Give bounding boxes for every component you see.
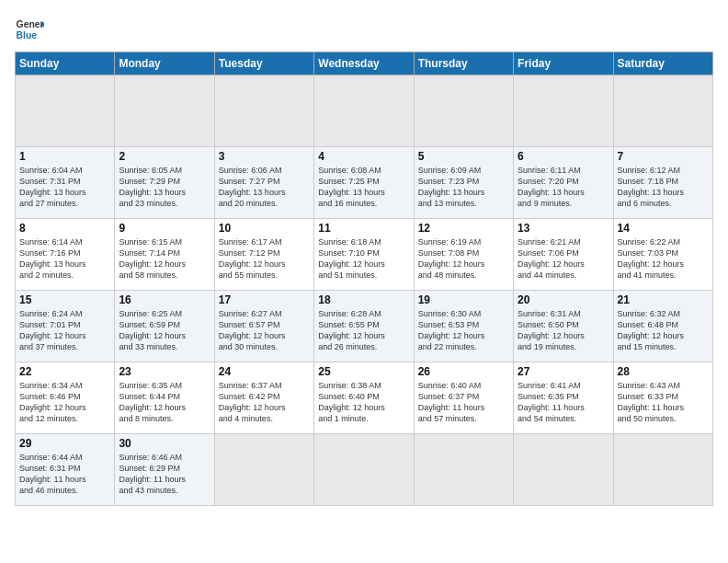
day-cell (414, 75, 513, 147)
day-info: Sunrise: 6:19 AM Sunset: 7:08 PM Dayligh… (418, 236, 509, 282)
logo: General Blue (15, 15, 48, 44)
day-cell: 6Sunrise: 6:11 AM Sunset: 7:20 PM Daylig… (514, 147, 613, 219)
day-cell (115, 75, 214, 147)
day-cell: 15Sunrise: 6:24 AM Sunset: 7:01 PM Dayli… (16, 291, 115, 362)
day-cell: 25Sunrise: 6:38 AM Sunset: 6:40 PM Dayli… (314, 362, 414, 434)
day-cell (613, 434, 712, 506)
day-number: 7 (618, 150, 709, 163)
day-number: 23 (119, 365, 210, 378)
header-cell-saturday: Saturday (613, 52, 712, 75)
day-cell (314, 75, 414, 147)
day-cell (613, 75, 712, 147)
day-info: Sunrise: 6:17 AM Sunset: 7:12 PM Dayligh… (219, 236, 310, 282)
day-number: 29 (19, 437, 110, 450)
day-number: 17 (219, 293, 310, 306)
day-info: Sunrise: 6:04 AM Sunset: 7:31 PM Dayligh… (19, 165, 110, 210)
day-info: Sunrise: 6:14 AM Sunset: 7:16 PM Dayligh… (19, 236, 110, 282)
header-cell-sunday: Sunday (16, 52, 115, 75)
week-row-0 (16, 75, 713, 147)
day-info: Sunrise: 6:24 AM Sunset: 7:01 PM Dayligh… (19, 308, 110, 353)
day-cell (214, 75, 313, 147)
day-info: Sunrise: 6:12 AM Sunset: 7:18 PM Dayligh… (618, 165, 709, 210)
day-cell (214, 434, 313, 506)
day-info: Sunrise: 6:05 AM Sunset: 7:29 PM Dayligh… (119, 165, 210, 210)
day-info: Sunrise: 6:22 AM Sunset: 7:03 PM Dayligh… (618, 236, 709, 282)
day-number: 3 (219, 150, 310, 163)
day-cell: 29Sunrise: 6:44 AM Sunset: 6:31 PM Dayli… (16, 434, 115, 506)
day-info: Sunrise: 6:06 AM Sunset: 7:27 PM Dayligh… (219, 165, 310, 210)
day-cell: 19Sunrise: 6:30 AM Sunset: 6:53 PM Dayli… (414, 291, 513, 362)
day-info: Sunrise: 6:40 AM Sunset: 6:37 PM Dayligh… (418, 380, 509, 425)
day-cell: 4Sunrise: 6:08 AM Sunset: 7:25 PM Daylig… (314, 147, 414, 219)
day-cell: 14Sunrise: 6:22 AM Sunset: 7:03 PM Dayli… (613, 219, 712, 291)
day-cell (514, 75, 613, 147)
day-number: 15 (19, 293, 110, 306)
header-row: SundayMondayTuesdayWednesdayThursdayFrid… (16, 52, 713, 75)
day-cell: 3Sunrise: 6:06 AM Sunset: 7:27 PM Daylig… (214, 147, 313, 219)
day-info: Sunrise: 6:38 AM Sunset: 6:40 PM Dayligh… (318, 380, 409, 425)
day-cell: 8Sunrise: 6:14 AM Sunset: 7:16 PM Daylig… (16, 219, 115, 291)
week-row-2: 8Sunrise: 6:14 AM Sunset: 7:16 PM Daylig… (16, 219, 713, 291)
day-cell: 17Sunrise: 6:27 AM Sunset: 6:57 PM Dayli… (214, 291, 313, 362)
day-cell: 30Sunrise: 6:46 AM Sunset: 6:29 PM Dayli… (115, 434, 214, 506)
day-cell (314, 434, 414, 506)
day-cell: 16Sunrise: 6:25 AM Sunset: 6:59 PM Dayli… (115, 291, 214, 362)
day-cell: 2Sunrise: 6:05 AM Sunset: 7:29 PM Daylig… (115, 147, 214, 219)
day-info: Sunrise: 6:27 AM Sunset: 6:57 PM Dayligh… (219, 308, 310, 353)
day-number: 8 (19, 222, 110, 235)
day-number: 22 (19, 365, 110, 378)
day-cell (16, 75, 115, 147)
day-info: Sunrise: 6:11 AM Sunset: 7:20 PM Dayligh… (518, 165, 609, 210)
day-number: 26 (418, 365, 509, 378)
day-number: 11 (318, 222, 409, 235)
day-info: Sunrise: 6:46 AM Sunset: 6:29 PM Dayligh… (119, 452, 210, 497)
day-number: 6 (518, 150, 609, 163)
day-info: Sunrise: 6:41 AM Sunset: 6:35 PM Dayligh… (518, 380, 609, 425)
day-info: Sunrise: 6:44 AM Sunset: 6:31 PM Dayligh… (19, 452, 110, 497)
day-info: Sunrise: 6:37 AM Sunset: 6:42 PM Dayligh… (219, 380, 310, 425)
logo-icon: General Blue (15, 15, 44, 44)
day-cell (414, 434, 513, 506)
day-info: Sunrise: 6:21 AM Sunset: 7:06 PM Dayligh… (518, 236, 609, 282)
day-cell: 1Sunrise: 6:04 AM Sunset: 7:31 PM Daylig… (16, 147, 115, 219)
day-cell: 12Sunrise: 6:19 AM Sunset: 7:08 PM Dayli… (414, 219, 513, 291)
header: General Blue (15, 15, 713, 44)
week-row-3: 15Sunrise: 6:24 AM Sunset: 7:01 PM Dayli… (16, 291, 713, 362)
day-cell: 24Sunrise: 6:37 AM Sunset: 6:42 PM Dayli… (214, 362, 313, 434)
day-cell: 22Sunrise: 6:34 AM Sunset: 6:46 PM Dayli… (16, 362, 115, 434)
day-cell: 27Sunrise: 6:41 AM Sunset: 6:35 PM Dayli… (514, 362, 613, 434)
page: General Blue SundayMondayTuesdayWednesda… (0, 0, 728, 563)
day-number: 20 (518, 293, 609, 306)
day-cell: 9Sunrise: 6:15 AM Sunset: 7:14 PM Daylig… (115, 219, 214, 291)
day-number: 18 (318, 293, 409, 306)
day-number: 5 (418, 150, 509, 163)
header-cell-tuesday: Tuesday (214, 52, 313, 75)
day-info: Sunrise: 6:08 AM Sunset: 7:25 PM Dayligh… (318, 165, 409, 210)
day-number: 12 (418, 222, 509, 235)
day-cell: 18Sunrise: 6:28 AM Sunset: 6:55 PM Dayli… (314, 291, 414, 362)
day-cell: 13Sunrise: 6:21 AM Sunset: 7:06 PM Dayli… (514, 219, 613, 291)
day-cell (514, 434, 613, 506)
day-cell: 23Sunrise: 6:35 AM Sunset: 6:44 PM Dayli… (115, 362, 214, 434)
day-number: 2 (119, 150, 210, 163)
day-cell: 5Sunrise: 6:09 AM Sunset: 7:23 PM Daylig… (414, 147, 513, 219)
day-cell: 10Sunrise: 6:17 AM Sunset: 7:12 PM Dayli… (214, 219, 313, 291)
day-cell: 7Sunrise: 6:12 AM Sunset: 7:18 PM Daylig… (613, 147, 712, 219)
svg-text:General: General (17, 19, 44, 29)
day-number: 10 (219, 222, 310, 235)
week-row-5: 29Sunrise: 6:44 AM Sunset: 6:31 PM Dayli… (16, 434, 713, 506)
day-info: Sunrise: 6:15 AM Sunset: 7:14 PM Dayligh… (119, 236, 210, 282)
day-info: Sunrise: 6:34 AM Sunset: 6:46 PM Dayligh… (19, 380, 110, 425)
day-info: Sunrise: 6:25 AM Sunset: 6:59 PM Dayligh… (119, 308, 210, 353)
header-cell-monday: Monday (115, 52, 214, 75)
svg-text:Blue: Blue (17, 30, 38, 40)
day-number: 14 (618, 222, 709, 235)
day-number: 24 (219, 365, 310, 378)
day-info: Sunrise: 6:28 AM Sunset: 6:55 PM Dayligh… (318, 308, 409, 353)
day-number: 9 (119, 222, 210, 235)
day-info: Sunrise: 6:18 AM Sunset: 7:10 PM Dayligh… (318, 236, 409, 282)
day-info: Sunrise: 6:30 AM Sunset: 6:53 PM Dayligh… (418, 308, 509, 353)
week-row-1: 1Sunrise: 6:04 AM Sunset: 7:31 PM Daylig… (16, 147, 713, 219)
day-cell: 11Sunrise: 6:18 AM Sunset: 7:10 PM Dayli… (314, 219, 414, 291)
day-cell: 20Sunrise: 6:31 AM Sunset: 6:50 PM Dayli… (514, 291, 613, 362)
